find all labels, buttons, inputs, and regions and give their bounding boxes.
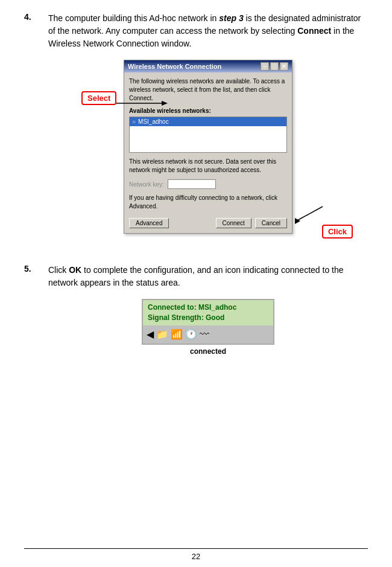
connected-label: connected: [142, 347, 274, 356]
status-screenshot: Connected to: MSI_adhoc Signal Strength:…: [48, 299, 368, 356]
step4-screenshot-area: Select Wireless Network Connection –: [48, 60, 368, 234]
advanced-button[interactable]: Advanced: [129, 218, 169, 228]
step5-number: 5.: [24, 264, 48, 274]
page-container: 4. The computer building this Ad-hoc net…: [0, 0, 392, 567]
step5-block: 5. Click OK to complete the configuratio…: [24, 264, 368, 359]
taskbar-icon-wifi: 📶: [171, 328, 183, 340]
taskbar-icon-folder: 📁: [156, 328, 168, 340]
cancel-button[interactable]: Cancel: [255, 218, 287, 228]
network-item[interactable]: ○ MSI_adhoc: [130, 117, 286, 126]
status-connected-text: Connected to: MSI_adhoc Signal Strength:…: [143, 300, 273, 325]
dialog-titlebar: Wireless Network Connection – □ ✕: [124, 60, 292, 72]
connect-button[interactable]: Connect: [216, 218, 251, 228]
click-callout: Click: [322, 225, 353, 239]
minimize-button[interactable]: –: [261, 62, 269, 71]
maximize-button[interactable]: □: [270, 62, 279, 71]
step5-text-before-ok: Click: [48, 265, 69, 275]
step5-ok: OK: [69, 265, 81, 275]
step4-connect: Connect: [297, 26, 331, 36]
step4-text: The computer building this Ad-hoc networ…: [48, 12, 368, 50]
step5-text-after-ok: to complete the configuration, and an ic…: [48, 265, 344, 287]
select-callout: Select: [81, 91, 116, 105]
step5-text: Click OK to complete the configuration, …: [48, 264, 368, 289]
taskbar-icon-arrow: ◀: [147, 328, 154, 340]
step4-step3: step 3: [219, 13, 243, 23]
step4-number: 4.: [24, 12, 48, 22]
svg-line-2: [297, 207, 323, 220]
taskbar-icon-clock: 🕐: [185, 328, 197, 340]
status-line1: Connected to: MSI_adhoc: [148, 303, 268, 313]
dialog-body: The following wireless networks are avai…: [124, 72, 292, 233]
svg-marker-1: [162, 101, 168, 106]
network-name: MSI_adhoc: [138, 118, 169, 125]
titlebar-buttons: – □ ✕: [261, 62, 288, 71]
wireless-dialog: Wireless Network Connection – □ ✕ The fo…: [124, 60, 292, 234]
status-box: Connected to: MSI_adhoc Signal Strength:…: [142, 299, 274, 345]
dialog-title: Wireless Network Connection: [128, 63, 221, 70]
step4-block: 4. The computer building this Ad-hoc net…: [24, 12, 368, 246]
network-key-row: Network key:: [129, 179, 287, 189]
click-arrow: [292, 203, 329, 228]
status-taskbar: ◀ 📁 📶 🕐 〰: [143, 325, 273, 344]
step5-content: Click OK to complete the configuration, …: [48, 264, 368, 359]
network-key-input[interactable]: [168, 179, 216, 189]
close-button[interactable]: ✕: [280, 62, 288, 71]
select-badge: Select: [81, 91, 116, 105]
difficulty-text: If you are having difficulty connecting …: [129, 194, 287, 211]
step4-content: The computer building this Ad-hoc networ…: [48, 12, 368, 246]
network-radio-icon: ○: [132, 118, 136, 125]
page-number: 22: [192, 552, 200, 561]
network-key-label: Network key:: [129, 181, 164, 188]
dialog-buttons: Advanced Connect Cancel: [129, 216, 287, 228]
click-badge: Click: [322, 225, 353, 239]
select-arrow: [116, 97, 171, 109]
status-line2: Signal Strength: Good: [148, 313, 268, 323]
taskbar-icon-wave: 〰: [200, 329, 209, 340]
network-list[interactable]: ○ MSI_adhoc: [129, 117, 287, 153]
security-warning: This wireless network is not secure. Dat…: [129, 158, 287, 175]
footer-line: [24, 548, 368, 549]
step4-text-before: The computer building this Ad-hoc networ…: [48, 13, 219, 23]
